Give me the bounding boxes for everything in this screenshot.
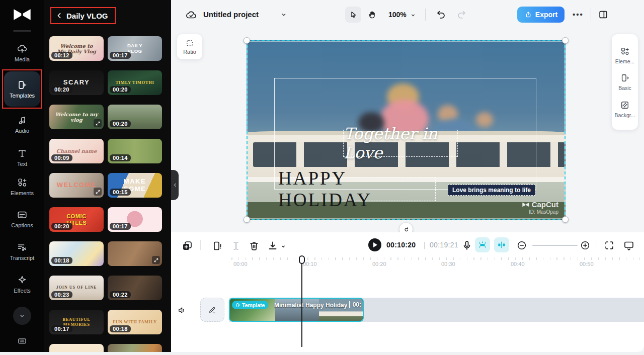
text-icon: [17, 148, 28, 159]
templates-panel-header[interactable]: Daily VLOG: [50, 7, 116, 24]
template-thumbnail[interactable]: SCARY 00:20: [49, 70, 104, 95]
template-thumbnail[interactable]: 00:22: [108, 276, 162, 300]
template-duration-badge: 00:14: [110, 154, 131, 161]
sidebar-item-media[interactable]: Media: [0, 43, 44, 62]
panel-collapse-tab[interactable]: [171, 170, 179, 200]
preview-canvas[interactable]: Together in Love HAPPY HOLIDAY Love brin…: [247, 40, 566, 220]
ratio-button[interactable]: Ratio: [177, 34, 202, 59]
sidebar-item-effects[interactable]: Effects: [0, 275, 44, 294]
resize-handle-bottom-left[interactable]: [244, 216, 250, 223]
template-thumbnail[interactable]: BEAUTIFUL MEMORIES 00:17: [49, 310, 104, 334]
timeline-ruler[interactable]: [231, 257, 640, 260]
template-thumbnail[interactable]: COMIC TITLES 00:20: [49, 207, 104, 232]
expand-icon[interactable]: [94, 119, 102, 127]
download-button[interactable]: [267, 240, 279, 252]
template-thumbnail[interactable]: 00:20: [108, 105, 162, 129]
redo-button[interactable]: [456, 9, 467, 20]
video-frame: Together in Love HAPPY HOLIDAY Love brin…: [247, 40, 566, 220]
template-thumbnail[interactable]: 00:18: [49, 241, 104, 266]
sidebar-item-text[interactable]: Text: [0, 148, 44, 167]
voiceover-mic-button[interactable]: [461, 239, 473, 251]
cover-edit-button[interactable]: [200, 298, 224, 322]
clip-title: Minimalist Happy Holiday: [274, 302, 347, 309]
project-caret-icon[interactable]: [280, 11, 288, 19]
panel-item-basic[interactable]: Basic: [618, 73, 631, 91]
playhead-handle[interactable]: [299, 255, 305, 264]
sidebar-item-label: Elements: [11, 190, 34, 196]
resize-handle-top-right[interactable]: [562, 37, 569, 44]
cursor-icon: [349, 11, 358, 19]
sidebar-item-audio[interactable]: Audio: [0, 115, 44, 134]
download-caret-icon[interactable]: [280, 243, 287, 250]
template-thumbnail[interactable]: JOIN US OF LINE 00:23: [49, 276, 104, 300]
more-menu-button[interactable]: •••: [573, 10, 584, 19]
back-chevron-icon[interactable]: [55, 12, 63, 20]
sidebar-item-transcript[interactable]: Transcript: [0, 242, 44, 261]
delete-button[interactable]: [248, 240, 260, 252]
template-thumbnail[interactable]: Channel name 00:09: [49, 139, 104, 163]
undo-button[interactable]: [436, 9, 447, 20]
expand-icon[interactable]: [94, 188, 102, 196]
fit-timeline-button[interactable]: [604, 240, 615, 251]
template-thumbnail[interactable]: FUN WITH FAMILY 00:18: [108, 310, 162, 334]
expand-icon[interactable]: [152, 256, 160, 264]
snapping-button[interactable]: [494, 237, 509, 252]
track-mute-button[interactable]: [177, 305, 187, 315]
text-layer-banner[interactable]: HAPPY HOLIDAY: [278, 177, 436, 201]
zoom-level[interactable]: 100%: [388, 11, 407, 19]
zoom-caret-icon[interactable]: [410, 12, 417, 19]
templates-grid[interactable]: Welcome to My Daily Vlog 00:12 DAILY VLO…: [49, 36, 166, 355]
panel-item-elements[interactable]: Eleme...: [615, 46, 635, 64]
sidebar-item-label: Text: [17, 161, 27, 167]
top-bar: Untitled project 100% Export: [171, 0, 644, 29]
template-thumbnail[interactable]: [108, 241, 162, 266]
template-thumbnail[interactable]: 00:14: [108, 139, 162, 163]
sidebar-item-label: Media: [15, 56, 30, 62]
timeline-zoom-slider[interactable]: [532, 245, 578, 246]
play-button[interactable]: [368, 238, 381, 251]
ruler-tick-label: 00:50: [580, 261, 594, 267]
shortcuts-keyboard-button[interactable]: [17, 336, 27, 346]
split-button[interactable]: [230, 240, 242, 252]
template-clip[interactable]: Template Minimalist Happy Holiday 00:: [229, 298, 364, 322]
ruler-tick-label: 00:00: [233, 261, 248, 267]
detach-template-button[interactable]: [211, 240, 223, 252]
select-tool-button[interactable]: [345, 7, 361, 23]
template-thumbnail[interactable]: MAKE SOME 00:15: [108, 173, 162, 198]
sidebar-item-elements[interactable]: Elements: [0, 177, 44, 196]
template-thumbnail[interactable]: 00:17: [108, 207, 162, 232]
templates-category-title: Daily VLOG: [66, 12, 108, 20]
template-thumbnail[interactable]: Welcome to My Daily Vlog 00:12: [49, 36, 104, 61]
playhead-line: [301, 263, 302, 347]
hand-tool-button[interactable]: [367, 10, 377, 20]
auto-magnetic-button[interactable]: [475, 237, 490, 252]
template-thumbnail[interactable]: Welcome to my vlog: [49, 105, 104, 129]
template-thumbnail[interactable]: TIMLY TIMOTHI 00:20: [108, 70, 162, 95]
sidebar-item-label: Templates: [10, 93, 35, 99]
text-layer-script[interactable]: Together in Love: [343, 130, 458, 157]
chevron-down-icon: [18, 311, 27, 320]
layout-panel-button[interactable]: [598, 9, 609, 20]
sidebar-item-templates[interactable]: Templates: [4, 71, 40, 107]
template-duration-badge: 00:22: [110, 291, 131, 298]
template-duration-badge: 00:15: [110, 189, 131, 196]
template-thumbnail[interactable]: DAILY VLOG 00:17: [108, 36, 162, 61]
track-display-button[interactable]: [623, 239, 635, 251]
panel-item-background[interactable]: Backgr...: [615, 100, 635, 118]
sidebar-item-captions[interactable]: Captions: [0, 209, 44, 228]
template-duration-badge: 00:20: [51, 86, 72, 93]
resize-handle-top-left[interactable]: [244, 37, 250, 44]
export-button[interactable]: Export: [517, 7, 565, 23]
logo-divider: [13, 30, 31, 32]
resize-handle-bottom-right[interactable]: [562, 216, 569, 223]
text-layer-tag[interactable]: Love brings meaning to life: [448, 185, 535, 196]
duplicate-button[interactable]: [181, 240, 193, 252]
project-title[interactable]: Untitled project: [203, 10, 259, 19]
timeline-panel: 00:10:20 | 00:19:21 00:00 00:10 00:20 00…: [171, 232, 644, 352]
template-thumbnail[interactable]: WELCOME: [49, 173, 104, 198]
capcut-watermark-icon: [522, 202, 530, 208]
zoom-in-button[interactable]: [580, 240, 591, 251]
sidebar-more-button[interactable]: [13, 307, 31, 325]
template-duration-badge: 00:18: [110, 325, 131, 332]
zoom-out-button[interactable]: [516, 240, 527, 251]
